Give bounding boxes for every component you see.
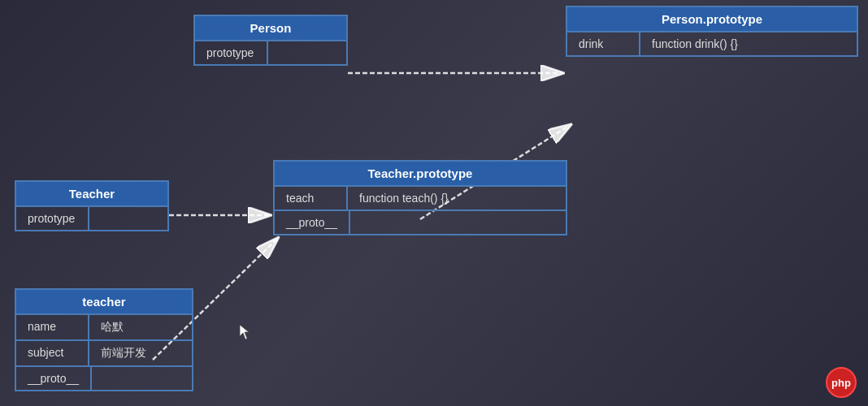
teacher-proto-key: __proto__ <box>16 367 92 390</box>
teacher-prototype-key: prototype <box>16 207 89 230</box>
teacher-name-key: name <box>16 315 89 339</box>
drink-key: drink <box>567 32 640 55</box>
person-prototype-box-header: Person.prototype <box>567 7 857 31</box>
teacher-instance-box: teacher name 哈默 subject 前端开发 __proto__ <box>15 288 193 391</box>
person-prototype-row: prototype <box>195 40 346 64</box>
teacher-prototype-proto-row: __proto__ <box>275 209 566 234</box>
teacher-prototype-teach-row: teach function teach() {} <box>275 185 566 209</box>
person-prototype-value <box>268 41 346 64</box>
drink-value: function drink() {} <box>640 32 857 55</box>
teacher-prototype-row: prototype <box>16 205 167 230</box>
teacher-subject-row: subject 前端开发 <box>16 339 192 365</box>
teacher-prototype-box-header: Teacher.prototype <box>275 162 566 185</box>
person-prototype-box: Person.prototype drink function drink() … <box>566 6 858 57</box>
teacher-name-row: name 哈默 <box>16 313 192 339</box>
teacher-prototype-value <box>89 207 167 230</box>
person-prototype-key: prototype <box>195 41 268 64</box>
person-box-header: Person <box>195 16 346 40</box>
php-badge: php <box>826 367 857 398</box>
teach-value: function teach() {} <box>348 187 566 209</box>
person-prototype-drink-row: drink function drink() {} <box>567 31 857 55</box>
teacher-subject-key: subject <box>16 341 89 365</box>
teacher-proto-row: __proto__ <box>16 365 192 390</box>
person-box: Person prototype <box>193 15 348 66</box>
teacher-class-header: Teacher <box>16 182 167 205</box>
teacher-prototype-box: Teacher.prototype teach function teach()… <box>273 160 567 235</box>
mouse-cursor <box>240 325 250 339</box>
teacher-subject-value: 前端开发 <box>89 341 192 365</box>
teacher-instance-header: teacher <box>16 290 192 313</box>
teacher-proto-value <box>92 367 192 390</box>
teacherproto-proto-value <box>350 211 566 234</box>
teacher-class-box: Teacher prototype <box>15 180 169 231</box>
svg-marker-4 <box>240 325 249 339</box>
teach-key: teach <box>275 187 348 209</box>
teacher-name-value: 哈默 <box>89 315 192 339</box>
teacherproto-proto-key: __proto__ <box>275 211 350 234</box>
